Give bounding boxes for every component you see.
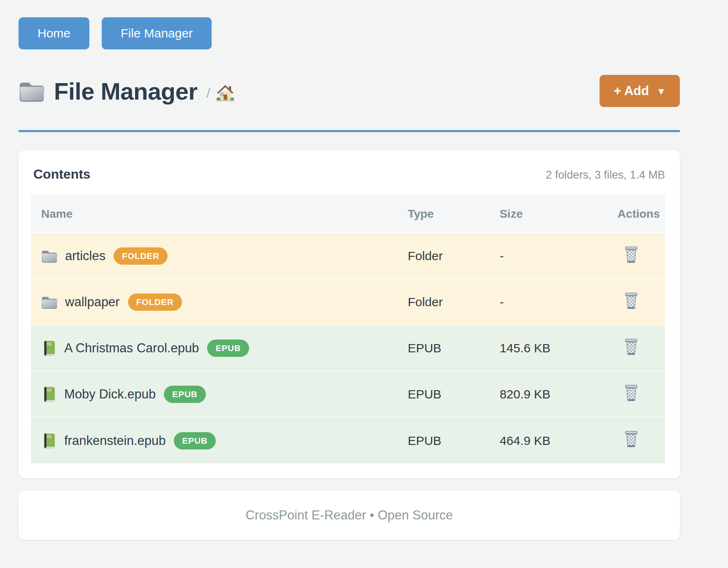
trash-icon [623,246,639,264]
contents-title: Contents [33,167,91,182]
epub-badge: EPUB [164,386,206,403]
entry-size: - [489,279,607,325]
folder-badge: FOLDER [128,293,182,311]
entry-name-link[interactable]: articles [65,249,105,263]
contents-card: Contents 2 folders, 3 files, 1.4 MB Name… [19,150,680,478]
table-row-wallpaper: wallpaper FOLDER Folder - [31,279,665,325]
entry-name-link[interactable]: wallpaper [65,295,120,310]
delete-button[interactable] [623,292,639,310]
page-header: File Manager / + Add ▼ [19,75,680,107]
nav-home-button[interactable]: Home [19,17,89,49]
book-icon [43,340,55,356]
column-header-name: Name [31,195,397,233]
caret-down-icon: ▼ [656,86,666,97]
trash-icon [623,338,639,356]
contents-summary: 2 folders, 3 files, 1.4 MB [546,169,665,182]
entry-type: Folder [397,233,489,279]
file-table: Name Type Size Actions articles FOLDER [31,195,665,463]
epub-badge: EPUB [207,340,249,357]
folder-badge: FOLDER [114,247,168,265]
delete-button[interactable] [623,384,639,402]
entry-size: 145.6 KB [489,325,607,371]
table-row-moby-dick: Moby Dick.epub EPUB EPUB 820.9 KB [31,371,665,417]
file-table-body: articles FOLDER Folder - [31,233,665,463]
breadcrumb-separator: / [207,86,210,101]
add-button-label: + Add [614,84,649,98]
column-header-actions: Actions [607,195,665,233]
entry-type: EPUB [397,417,489,463]
entry-size: 464.9 KB [489,417,607,463]
page-title: File Manager [54,77,198,105]
entry-type: EPUB [397,371,489,417]
table-row-articles: articles FOLDER Folder - [31,233,665,279]
trash-icon [623,384,639,402]
delete-button[interactable] [623,338,639,356]
home-icon[interactable] [216,84,235,102]
table-row-christmas-carol: A Christmas Carol.epub EPUB EPUB 145.6 K… [31,325,665,371]
column-header-size: Size [489,195,607,233]
entry-name-link[interactable]: Moby Dick.epub [64,387,156,402]
file-table-head: Name Type Size Actions [31,195,665,233]
entry-name-link[interactable]: A Christmas Carol.epub [64,341,199,356]
page-container: Home File Manager File Manager / + Add ▼… [19,0,680,540]
column-header-type: Type [397,195,489,233]
title-group: File Manager / [19,77,235,105]
footer-text: CrossPoint E-Reader • Open Source [245,508,453,523]
entry-type: Folder [397,279,489,325]
entry-size: 820.9 KB [489,371,607,417]
book-icon [43,386,55,402]
add-button[interactable]: + Add ▼ [600,75,680,107]
top-nav: Home File Manager [19,0,680,49]
entry-name-link[interactable]: frankenstein.epub [64,433,166,448]
epub-badge: EPUB [174,432,216,449]
folder-icon [41,249,58,263]
footer-card: CrossPoint E-Reader • Open Source [19,491,680,540]
folder-icon [41,295,58,309]
book-icon [43,433,55,449]
delete-button[interactable] [623,430,639,448]
trash-icon [623,430,639,448]
entry-type: EPUB [397,325,489,371]
trash-icon [623,292,639,310]
entry-size: - [489,233,607,279]
delete-button[interactable] [623,246,639,264]
table-row-frankenstein: frankenstein.epub EPUB EPUB 464.9 KB [31,417,665,463]
nav-file-manager-button[interactable]: File Manager [102,17,212,49]
contents-card-header: Contents 2 folders, 3 files, 1.4 MB [31,167,665,182]
header-divider [19,130,680,132]
folder-icon [19,79,45,102]
